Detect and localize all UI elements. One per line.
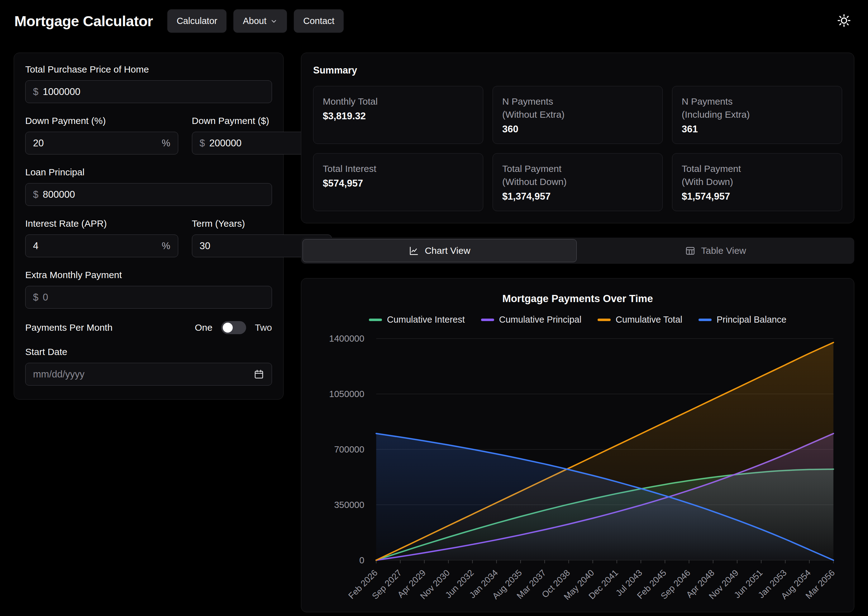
stat-monthly-total: Monthly Total $3,819.32 bbox=[313, 86, 483, 144]
legend-swatch bbox=[369, 319, 382, 321]
stat-label: (With Down) bbox=[682, 175, 832, 189]
rate-term-group: Interest Rate (APR) % Term (Years) bbox=[25, 218, 272, 257]
svg-text:1400000: 1400000 bbox=[329, 333, 364, 344]
purchase-price-field[interactable] bbox=[43, 86, 264, 97]
svg-text:350000: 350000 bbox=[334, 500, 364, 510]
down-payment-percent-field[interactable] bbox=[33, 138, 157, 149]
tab-chart-view[interactable]: Chart View bbox=[302, 239, 577, 262]
payments-per-month-label: Payments Per Month bbox=[25, 322, 112, 333]
stat-n-payments-without-extra: N Payments (Without Extra) 360 bbox=[492, 86, 663, 144]
stat-label: N Payments bbox=[502, 95, 653, 108]
stat-label: Total Payment bbox=[682, 162, 832, 175]
extra-payment-group: Extra Monthly Payment $ bbox=[25, 270, 272, 309]
extra-payment-field[interactable] bbox=[43, 292, 264, 303]
purchase-price-group: Total Purchase Price of Home $ bbox=[25, 64, 272, 103]
main-content: Total Purchase Price of Home $ Down Paym… bbox=[0, 42, 868, 612]
payments-per-month-toggle[interactable] bbox=[221, 321, 246, 334]
payments-per-month-toggle-wrap: One Two bbox=[195, 321, 272, 334]
svg-text:0: 0 bbox=[359, 555, 364, 565]
chart-title: Mortgage Payments Over Time bbox=[314, 293, 841, 305]
nav-contact-label: Contact bbox=[303, 16, 334, 26]
tab-chart-view-label: Chart View bbox=[425, 245, 470, 256]
dollar-prefix: $ bbox=[33, 292, 38, 303]
stat-label: N Payments bbox=[682, 95, 832, 108]
start-date-field[interactable] bbox=[33, 369, 249, 380]
legend-swatch bbox=[698, 319, 712, 321]
stat-label: (Without Extra) bbox=[502, 108, 653, 121]
purchase-price-label: Total Purchase Price of Home bbox=[25, 64, 272, 75]
toggle-option-two: Two bbox=[255, 322, 272, 333]
down-payment-percent-col: Down Payment (%) % bbox=[25, 116, 178, 154]
legend-cumulative-total[interactable]: Cumulative Total bbox=[598, 314, 682, 325]
percent-suffix: % bbox=[162, 240, 170, 251]
chart-card: Mortgage Payments Over Time Cumulative I… bbox=[301, 278, 854, 612]
start-date-group: Start Date bbox=[25, 347, 272, 385]
down-payment-percent-label: Down Payment (%) bbox=[25, 116, 178, 126]
nav-calculator-button[interactable]: Calculator bbox=[167, 9, 227, 33]
purchase-price-input[interactable]: $ bbox=[25, 80, 272, 103]
legend-cumulative-principal[interactable]: Cumulative Principal bbox=[481, 314, 581, 325]
legend-cumulative-interest[interactable]: Cumulative Interest bbox=[369, 314, 465, 325]
toggle-knob bbox=[223, 323, 233, 333]
chart-legend: Cumulative Interest Cumulative Principal… bbox=[314, 314, 841, 325]
stat-value: $1,374,957 bbox=[502, 191, 653, 202]
interest-rate-field[interactable] bbox=[33, 240, 157, 251]
nav-about-button[interactable]: About bbox=[233, 9, 287, 33]
stat-n-payments-including-extra: N Payments (Including Extra) 361 bbox=[672, 86, 842, 144]
theme-toggle-button[interactable] bbox=[834, 11, 854, 31]
stat-value: 360 bbox=[502, 124, 653, 135]
legend-label: Principal Balance bbox=[717, 314, 786, 325]
table-icon bbox=[685, 246, 695, 256]
calendar-icon[interactable] bbox=[253, 369, 264, 380]
dollar-prefix: $ bbox=[200, 138, 205, 149]
stat-value: $3,819.32 bbox=[323, 110, 473, 122]
stat-label: Monthly Total bbox=[323, 95, 473, 108]
legend-swatch bbox=[598, 319, 611, 321]
mortgage-form-card: Total Purchase Price of Home $ Down Paym… bbox=[14, 53, 283, 399]
nav-contact-button[interactable]: Contact bbox=[294, 9, 344, 33]
stat-value: 361 bbox=[682, 124, 832, 135]
extra-payment-label: Extra Monthly Payment bbox=[25, 270, 272, 280]
stat-label: Total Interest bbox=[323, 162, 473, 175]
start-date-input[interactable] bbox=[25, 363, 272, 385]
stat-total-payment-with-down: Total Payment (With Down) $1,574,957 bbox=[672, 153, 842, 211]
interest-rate-input[interactable]: % bbox=[25, 234, 178, 257]
main-nav: Calculator About Contact bbox=[167, 9, 344, 33]
sun-icon bbox=[837, 13, 851, 28]
page: Mortgage Calculator Calculator About Con… bbox=[0, 0, 868, 616]
stat-value: $1,574,957 bbox=[682, 191, 832, 202]
down-payment-percent-input[interactable]: % bbox=[25, 132, 178, 154]
payments-per-month-group: Payments Per Month One Two bbox=[25, 321, 272, 334]
legend-principal-balance[interactable]: Principal Balance bbox=[698, 314, 786, 325]
loan-principal-input[interactable]: $ bbox=[25, 183, 272, 206]
loan-principal-label: Loan Principal bbox=[25, 167, 272, 178]
legend-label: Cumulative Total bbox=[616, 314, 682, 325]
chevron-down-icon bbox=[270, 17, 278, 25]
dollar-prefix: $ bbox=[33, 189, 38, 200]
down-payment-group: Down Payment (%) % Down Payment ($) $ bbox=[25, 116, 272, 154]
tab-table-view-label: Table View bbox=[701, 245, 746, 256]
stat-label: (Without Down) bbox=[502, 175, 653, 189]
interest-rate-col: Interest Rate (APR) % bbox=[25, 218, 178, 257]
stat-total-payment-without-down: Total Payment (Without Down) $1,374,957 bbox=[492, 153, 663, 211]
loan-principal-field[interactable] bbox=[43, 189, 264, 200]
interest-rate-label: Interest Rate (APR) bbox=[25, 218, 178, 229]
tab-table-view[interactable]: Table View bbox=[579, 239, 853, 262]
summary-card: Summary Monthly Total $3,819.32 N Paymen… bbox=[301, 53, 854, 223]
mortgage-chart[interactable]: 035000070000010500001400000Feb 2026Sep 2… bbox=[314, 329, 841, 606]
stat-value: $574,957 bbox=[323, 178, 473, 189]
header: Mortgage Calculator Calculator About Con… bbox=[0, 0, 868, 42]
svg-text:1050000: 1050000 bbox=[329, 389, 364, 399]
nav-about-label: About bbox=[243, 16, 266, 26]
extra-payment-input[interactable]: $ bbox=[25, 286, 272, 309]
stats-grid: Monthly Total $3,819.32 N Payments (With… bbox=[313, 86, 842, 211]
toggle-option-one: One bbox=[195, 322, 212, 333]
start-date-label: Start Date bbox=[25, 347, 272, 357]
dollar-prefix: $ bbox=[33, 86, 38, 97]
app-title: Mortgage Calculator bbox=[14, 13, 153, 30]
svg-text:700000: 700000 bbox=[334, 445, 364, 454]
nav-calculator-label: Calculator bbox=[177, 16, 217, 26]
view-toggle: Chart View Table View bbox=[301, 237, 854, 264]
legend-swatch bbox=[481, 319, 494, 321]
legend-label: Cumulative Principal bbox=[499, 314, 581, 325]
